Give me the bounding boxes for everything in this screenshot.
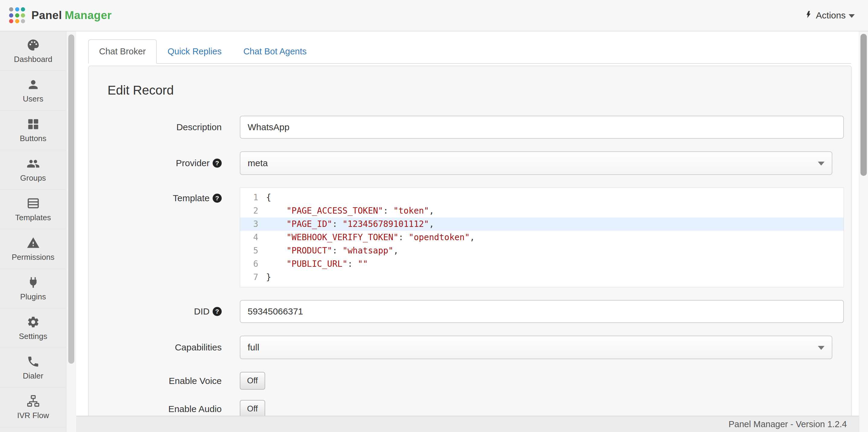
description-input[interactable]	[240, 116, 844, 138]
logo-dot	[15, 7, 19, 11]
code-line-2[interactable]: 2 "PAGE_ACCESS_TOKEN": "token",	[240, 204, 843, 217]
chevron-down-icon	[849, 14, 855, 18]
logo-dot	[15, 19, 19, 23]
people-icon	[27, 157, 40, 171]
enable-voice-label: Enable Voice	[89, 376, 240, 386]
footer: Panel Manager - Version 1.2.4	[76, 416, 868, 432]
sidebar-item-label: Permissions	[12, 252, 55, 262]
dashboard-icon	[27, 38, 40, 52]
capabilities-row: Capabilities full	[89, 336, 851, 359]
provider-label: Provider	[89, 158, 240, 168]
enable-audio-toggle[interactable]: Off	[240, 400, 265, 418]
code-line-7[interactable]: 7}	[240, 271, 843, 284]
actions-dropdown-button[interactable]: Actions	[800, 7, 859, 24]
sidebar-item-groups[interactable]: Groups	[0, 150, 66, 190]
line-number: 6	[240, 257, 264, 271]
sidebar-item-templates[interactable]: Templates	[0, 190, 66, 229]
enable-audio-label: Enable Audio	[89, 404, 240, 414]
sidebar-item-buttons[interactable]: Buttons	[0, 111, 66, 150]
plug-icon	[27, 276, 40, 289]
enable-audio-row: Enable Audio Off	[89, 400, 851, 418]
sidebar-item-settings[interactable]: Settings	[0, 308, 66, 348]
capabilities-select-value: full	[248, 342, 259, 352]
did-row: DID	[89, 300, 851, 323]
provider-row: Provider meta	[89, 151, 851, 175]
code-line-6[interactable]: 6 "PUBLIC_URL": ""	[240, 257, 843, 271]
enable-voice-toggle[interactable]: Off	[240, 372, 265, 390]
sidebar-item-label: Users	[23, 94, 43, 104]
sidebar-item-label: IVR Flow	[17, 411, 49, 420]
template-label: Template	[89, 188, 240, 203]
code-text: "PAGE_ID": "123456789101112",	[264, 217, 434, 231]
description-label: Description	[89, 122, 240, 132]
line-number: 5	[240, 244, 264, 257]
logo-dot	[9, 13, 13, 18]
sidebar-item-label: Dialer	[23, 371, 43, 381]
grid-icon	[27, 118, 40, 131]
sidebar-item-ivr-flow[interactable]: IVR Flow	[0, 388, 66, 427]
warning-icon	[27, 236, 40, 250]
code-line-4[interactable]: 4 "WEBHOOK_VERIFY_TOKEN": "opendtoken",	[240, 231, 843, 244]
code-line-3[interactable]: 3 "PAGE_ID": "123456789101112",	[240, 217, 843, 231]
help-icon[interactable]	[213, 194, 222, 203]
line-number: 1	[240, 191, 264, 204]
provider-select-value: meta	[248, 158, 268, 168]
sidebar: DashboardUsersButtonsGroupsTemplatesPerm…	[0, 31, 66, 432]
page-scrollbar-thumb[interactable]	[861, 34, 867, 176]
line-number: 7	[240, 271, 264, 284]
sidebar-item-users[interactable]: Users	[0, 71, 66, 111]
line-number: 2	[240, 204, 264, 217]
app-title-primary: Panel	[31, 9, 62, 22]
code-line-5[interactable]: 5 "PRODUCT": "whatsapp",	[240, 244, 843, 257]
capabilities-label: Capabilities	[89, 342, 240, 352]
tab-bar: Chat BrokerQuick RepliesChat Bot Agents	[88, 39, 851, 64]
sidebar-item-plugins[interactable]: Plugins	[0, 269, 66, 308]
app-title: PanelManager	[31, 9, 112, 22]
logo-dot	[9, 19, 13, 23]
tab-chat-bot-agents[interactable]: Chat Bot Agents	[232, 39, 318, 64]
capabilities-select[interactable]: full	[240, 336, 832, 359]
tab-quick-replies[interactable]: Quick Replies	[157, 39, 232, 64]
help-icon[interactable]	[213, 307, 222, 316]
did-label: DID	[89, 306, 240, 317]
sidebar-scrollbar-thumb[interactable]	[68, 34, 74, 364]
code-text: "PUBLIC_URL": ""	[264, 257, 368, 271]
sidebar-item-label: Buttons	[20, 134, 46, 143]
code-line-1[interactable]: 1{	[240, 191, 843, 204]
page-scrollbar[interactable]	[859, 31, 868, 432]
chevron-down-icon	[818, 346, 825, 350]
help-icon[interactable]	[213, 159, 222, 168]
template-code-editor[interactable]: 1{2 "PAGE_ACCESS_TOKEN": "token",3 "PAGE…	[240, 188, 844, 287]
page-title: Edit Record	[107, 83, 851, 98]
line-number: 4	[240, 231, 264, 244]
code-text: }	[264, 271, 271, 284]
did-input[interactable]	[240, 300, 844, 323]
sidebar-item-label: Groups	[20, 174, 46, 183]
logo-dot	[21, 7, 25, 11]
actions-label: Actions	[816, 10, 846, 21]
sidebar-item-label: Settings	[19, 332, 48, 341]
bolt-icon	[805, 10, 813, 21]
sidebar-item-permissions[interactable]: Permissions	[0, 229, 66, 269]
top-header: PanelManager Actions	[0, 0, 868, 31]
phone-icon	[27, 355, 40, 368]
tab-chat-broker[interactable]: Chat Broker	[88, 39, 157, 64]
sidebar-item-label: Plugins	[20, 292, 46, 302]
code-text: {	[264, 191, 271, 204]
provider-select[interactable]: meta	[240, 151, 832, 175]
user-icon	[27, 78, 40, 91]
sidebar-scrollbar[interactable]	[67, 31, 76, 432]
flow-icon	[27, 395, 40, 408]
code-text: "WEBHOOK_VERIFY_TOKEN": "opendtoken",	[264, 231, 475, 244]
sidebar-item-dashboard[interactable]: Dashboard	[0, 31, 66, 71]
logo-dot	[21, 19, 25, 23]
app-title-secondary: Manager	[65, 9, 112, 22]
app-logo	[9, 7, 25, 24]
sidebar-item-dialer[interactable]: Dialer	[0, 348, 66, 388]
template-row: Template 1{2 "PAGE_ACCESS_TOKEN": "token…	[89, 188, 851, 287]
code-text: "PRODUCT": "whatsapp",	[264, 244, 398, 257]
table-icon	[27, 197, 40, 210]
logo-dot	[9, 7, 13, 11]
gear-icon	[27, 315, 40, 329]
edit-record-panel: Edit Record Description Provider meta Te…	[88, 66, 852, 432]
